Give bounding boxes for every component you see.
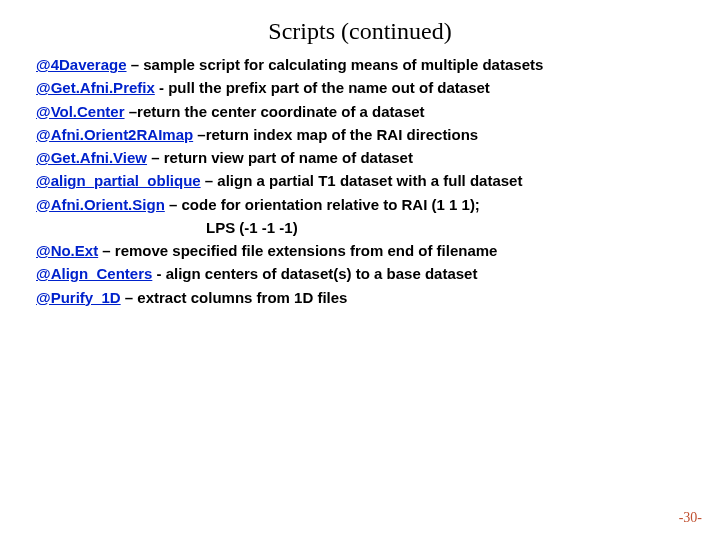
script-desc: align centers of dataset(s) to a base da… [166,265,478,282]
list-item: @align_partial_oblique – align a partial… [36,169,692,192]
script-name: @Afni.Orient2RAImap [36,126,193,143]
list-item: @Align_Centers - align centers of datase… [36,262,692,285]
script-name: @No.Ext [36,242,98,259]
list-item: @Vol.Center –return the center coordinat… [36,100,692,123]
script-desc: code for orientation relative to RAI (1 … [181,196,479,213]
script-desc: sample script for calculating means of m… [143,56,543,73]
script-name: @Vol.Center [36,103,125,120]
script-name: @Afni.Orient.Sign [36,196,165,213]
script-name: @align_partial_oblique [36,172,201,189]
script-desc: LPS (-1 -1 -1) [206,219,298,236]
script-desc: return view part of name of dataset [164,149,413,166]
list-item: @4Daverage – sample script for calculati… [36,53,692,76]
separator: – [125,103,138,120]
list-item: LPS (-1 -1 -1) [36,216,692,239]
list-item: @Afni.Orient.Sign – code for orientation… [36,193,692,216]
script-name: @Purify_1D [36,289,121,306]
page-title: Scripts (continued) [0,0,720,53]
separator: – [193,126,206,143]
list-item: @Purify_1D – extract columns from 1D fil… [36,286,692,309]
separator: – [98,242,115,259]
script-name: @Align_Centers [36,265,152,282]
list-item: @Get.Afni.View – return view part of nam… [36,146,692,169]
script-desc: return the center coordinate of a datase… [137,103,425,120]
list-item: @No.Ext – remove specified file extensio… [36,239,692,262]
list-item: @Get.Afni.Prefix - pull the prefix part … [36,76,692,99]
script-desc: remove specified file extensions from en… [115,242,498,259]
script-name: @Get.Afni.Prefix [36,79,155,96]
separator: – [121,289,138,306]
script-name: @4Daverage [36,56,127,73]
script-desc: align a partial T1 dataset with a full d… [217,172,522,189]
separator: - [152,265,165,282]
separator: – [147,149,164,166]
script-name: @Get.Afni.View [36,149,147,166]
separator: – [127,56,144,73]
list-item: @Afni.Orient2RAImap –return index map of… [36,123,692,146]
separator: - [155,79,168,96]
separator: – [165,196,182,213]
script-desc: extract columns from 1D files [137,289,347,306]
page-number: -30- [679,510,702,526]
separator: – [201,172,218,189]
script-desc: pull the prefix part of the name out of … [168,79,490,96]
script-desc: return index map of the RAI directions [206,126,479,143]
script-list: @4Daverage – sample script for calculati… [0,53,720,309]
